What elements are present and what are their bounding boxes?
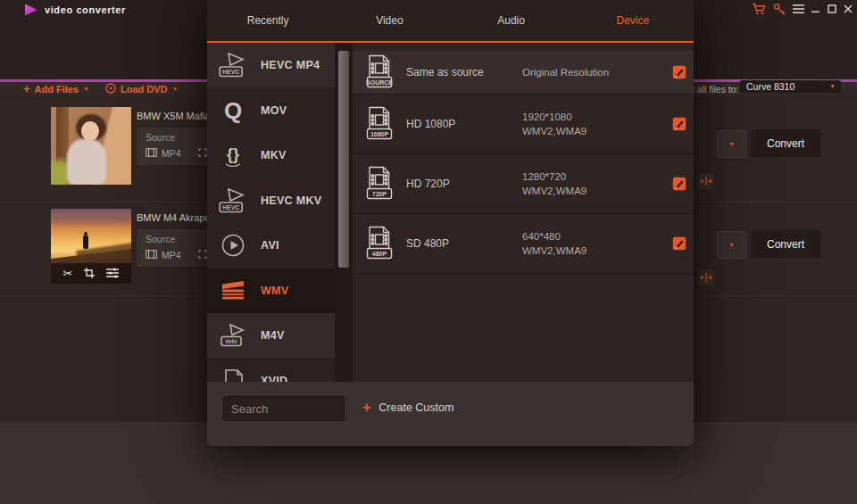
format-label: WMV xyxy=(261,285,288,297)
preset-value: Curve 8310 xyxy=(746,81,795,92)
format-label: MOV xyxy=(261,104,287,117)
menu-icon[interactable] xyxy=(793,4,804,13)
convert-label: Convert xyxy=(767,137,804,150)
hevc-play-icon: HEVC xyxy=(219,51,247,79)
svg-text:{}: {} xyxy=(227,145,239,163)
edit-icon[interactable] xyxy=(672,65,686,79)
format-item-mkv[interactable]: {} MKV xyxy=(207,133,335,178)
svg-text:480P: 480P xyxy=(372,251,387,257)
search-input[interactable] xyxy=(223,396,345,421)
hevc-play-icon: HEVC xyxy=(219,186,247,215)
svg-text:Q: Q xyxy=(224,97,242,124)
key-icon[interactable] xyxy=(773,3,786,15)
svg-text:720P: 720P xyxy=(372,191,387,197)
edit-icon[interactable] xyxy=(672,236,686,251)
minimize-icon[interactable] xyxy=(811,4,820,13)
scissors-icon[interactable]: ✂ xyxy=(63,268,73,279)
svg-text:HEVC: HEVC xyxy=(222,69,239,75)
svg-text:1080P: 1080P xyxy=(370,131,389,137)
tab-audio[interactable]: Audio xyxy=(451,0,572,41)
add-files-label: Add Files xyxy=(35,84,79,95)
braces-icon: {} xyxy=(219,141,247,169)
quicktime-q-icon: Q xyxy=(219,96,247,125)
dialog-tabbar: Recently Video Audio Device xyxy=(207,0,694,43)
edit-icon[interactable] xyxy=(672,177,686,191)
add-files-button[interactable]: + Add Files ▼ xyxy=(23,82,89,96)
profile-resolution: 1920*1080 xyxy=(522,112,572,122)
output-format-dropdown[interactable]: ▼ xyxy=(717,231,746,259)
preset-dropdown[interactable]: Curve 8310 ▼ xyxy=(740,80,841,93)
disc-icon xyxy=(105,83,116,95)
film-icon xyxy=(146,250,157,260)
maximize-icon[interactable] xyxy=(828,4,836,13)
output-format-dropdown[interactable]: ▼ xyxy=(717,130,746,158)
merge-icon[interactable] xyxy=(698,173,714,189)
format-item-avi[interactable]: AVI xyxy=(207,223,335,268)
svg-text:SOURCE: SOURCE xyxy=(366,79,393,86)
film-icon xyxy=(146,148,157,159)
profile-item-sd-480p[interactable]: 480P SD 480P 640*480 WMV2,WMA9 xyxy=(353,214,694,274)
output-format-dialog: Recently Video Audio Device HEVC HEVC MP… xyxy=(207,0,694,446)
720p-profile-icon: 720P xyxy=(366,166,393,202)
profile-item-same-as-source[interactable]: SOURCE Same as source Original Resolutio… xyxy=(353,51,694,95)
window-controls xyxy=(752,3,853,15)
profile-resolution: 1280*720 xyxy=(522,171,566,182)
chevron-down-icon: ▼ xyxy=(728,242,735,249)
1080p-profile-icon: 1080P xyxy=(366,106,393,142)
profile-codec: WMV2,WMA9 xyxy=(522,126,587,136)
plus-icon: + xyxy=(23,84,30,95)
source-format: MP4 xyxy=(162,148,181,159)
format-item-wmv[interactable]: WMV xyxy=(207,269,335,313)
cart-icon[interactable] xyxy=(752,3,766,15)
dialog-bottombar: + Create Custom xyxy=(207,382,694,446)
chevron-down-icon: ▼ xyxy=(829,83,836,90)
expand-icon xyxy=(198,148,207,159)
profile-name: HD 720P xyxy=(406,178,522,190)
profile-resolution: 640*480 xyxy=(522,231,561,242)
crop-icon[interactable] xyxy=(84,266,95,282)
load-dvd-button[interactable]: Load DVD ▼ xyxy=(105,82,179,96)
circle-play-icon xyxy=(219,231,247,260)
format-label: HEVC MKV xyxy=(261,194,321,207)
source-profile-icon: SOURCE xyxy=(366,54,393,90)
convert-button[interactable]: Convert xyxy=(751,230,820,258)
app-window: video converter xyxy=(0,0,857,504)
adjust-icon[interactable] xyxy=(106,266,119,282)
profile-name: SD 480P xyxy=(406,237,522,250)
profile-name: Same as source xyxy=(406,66,522,78)
create-custom-label: Create Custom xyxy=(379,401,453,414)
format-item-hevc-mp4[interactable]: HEVC HEVC MP4 xyxy=(207,43,335,87)
convert-button[interactable]: Convert xyxy=(751,129,820,157)
tab-recently[interactable]: Recently xyxy=(207,0,329,41)
app-logo-icon xyxy=(24,4,38,16)
profile-item-hd-1080p[interactable]: 1080P HD 1080P 1920*1080 WMV2,WMA9 xyxy=(353,95,694,154)
profile-codec: WMV2,WMA9 xyxy=(522,245,587,256)
source-label: Source xyxy=(146,234,175,244)
format-item-xvid[interactable]: XVID xyxy=(207,359,335,382)
source-label: Source xyxy=(146,132,175,143)
convert-label: Convert xyxy=(767,238,804,251)
tab-device[interactable]: Device xyxy=(572,0,694,41)
plus-icon: + xyxy=(362,401,370,415)
svg-text:m4v: m4v xyxy=(225,338,237,344)
profile-name: HD 1080P xyxy=(406,118,522,130)
scrollbar-thumb[interactable] xyxy=(338,51,349,268)
convert-all-label: t all files to: xyxy=(692,84,739,95)
profile-item-hd-720p[interactable]: 720P HD 720P 1280*720 WMV2,WMA9 xyxy=(353,154,694,214)
thumbnail-toolbar: ✂ xyxy=(51,263,131,284)
source-format: MP4 xyxy=(162,250,181,260)
create-custom-button[interactable]: + Create Custom xyxy=(362,401,453,415)
chevron-down-icon: ▼ xyxy=(728,141,735,148)
tab-video[interactable]: Video xyxy=(329,0,450,41)
clapperboard-icon xyxy=(219,277,247,305)
format-label: MKV xyxy=(261,149,287,161)
svg-text:HEVC: HEVC xyxy=(222,204,239,211)
format-item-m4v[interactable]: m4v M4V xyxy=(207,313,335,358)
profile-resolution: Original Resolution xyxy=(522,67,609,78)
edit-icon[interactable] xyxy=(672,117,686,131)
format-item-mov[interactable]: Q MOV xyxy=(207,88,335,133)
format-label: XVID xyxy=(261,375,287,382)
close-icon[interactable] xyxy=(844,4,853,13)
merge-icon[interactable] xyxy=(698,269,714,285)
format-item-hevc-mkv[interactable]: HEVC HEVC MKV xyxy=(207,178,335,223)
